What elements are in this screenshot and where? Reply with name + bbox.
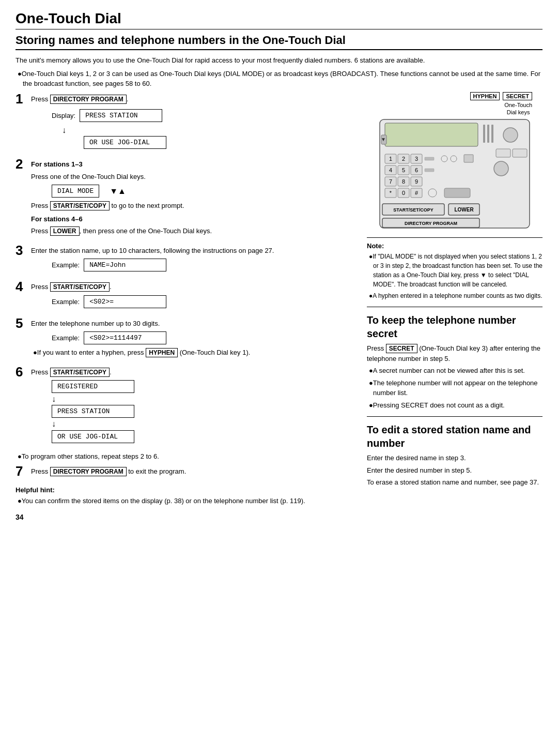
display-press-station-1: PRESS STATION bbox=[80, 109, 162, 122]
display-dial-mode: DIAL MODE bbox=[52, 185, 99, 198]
svg-text:START/SET/COPY: START/SET/COPY bbox=[393, 207, 433, 213]
note-bullet-2: ●A hyphen entered in a telephone number … bbox=[367, 291, 542, 300]
secret-key-label: SECRET bbox=[503, 92, 532, 100]
edit-section-title: To edit a stored station name and number bbox=[367, 423, 542, 450]
step-1-text: Press DIRECTORY PROGRAM. bbox=[31, 94, 357, 104]
display-press-station-6: PRESS STATION bbox=[52, 405, 134, 418]
device-illustration: HYPHEN SECRET One-TouchDial keys bbox=[367, 92, 542, 233]
svg-text:7: 7 bbox=[389, 178, 392, 185]
example-s02: <S02>= bbox=[84, 295, 166, 308]
secret-section: To keep the telephone number secret Pres… bbox=[367, 313, 542, 410]
svg-text:6: 6 bbox=[415, 167, 418, 173]
svg-text:9: 9 bbox=[415, 178, 418, 185]
step-6-number: 6 bbox=[16, 365, 27, 379]
svg-text:8: 8 bbox=[402, 178, 405, 185]
svg-text:4: 4 bbox=[389, 167, 392, 173]
note-title: Note: bbox=[367, 242, 542, 250]
arrow-1: ↓ bbox=[62, 125, 66, 135]
step-3-text: Enter the station name, up to 10 charact… bbox=[31, 246, 357, 256]
svg-rect-9 bbox=[513, 149, 527, 157]
step-2-title: For stations 1–3 bbox=[31, 160, 83, 168]
step-6-content: Press START/SET/COPY. REGISTERED ↓ PRESS… bbox=[31, 365, 357, 446]
helpful-hint-bullet: ●You can confirm the stored items on the… bbox=[16, 496, 357, 506]
svg-rect-4 bbox=[491, 125, 493, 143]
step-4-example: Example: <S02>= bbox=[52, 295, 357, 308]
secret-section-text: Press SECRET (One-Touch Dial key 3) afte… bbox=[367, 343, 542, 364]
step-5-bullet: ●If you want to enter a hyphen, press HY… bbox=[31, 347, 357, 358]
helpful-hint-title: Helpful hint: bbox=[16, 486, 357, 494]
step-4: 4 Press START/SET/COPY. Example: <S02>= bbox=[16, 280, 357, 311]
step-5-content: Enter the telephone number up to 30 digi… bbox=[31, 316, 357, 360]
start-set-copy-kbd-2: START/SET/COPY bbox=[50, 201, 110, 210]
step-7-text: Press DIRECTORY PROGRAM to exit the prog… bbox=[31, 466, 357, 477]
page-title: One-Touch Dial bbox=[16, 10, 542, 29]
step-1-number: 1 bbox=[16, 92, 27, 105]
svg-rect-19 bbox=[464, 155, 473, 162]
arrow-6b: ↓ bbox=[52, 419, 56, 429]
display-jog-dial-6: OR USE JOG-DIAL bbox=[52, 430, 134, 443]
step-7-content: Press DIRECTORY PROGRAM to exit the prog… bbox=[31, 464, 357, 479]
lower-kbd: LOWER bbox=[50, 226, 80, 236]
svg-point-27 bbox=[494, 161, 508, 176]
secret-kbd: SECRET bbox=[386, 344, 417, 353]
secret-bullet-1: ●A secret number can not be viewed after… bbox=[367, 366, 542, 376]
svg-text:LOWER: LOWER bbox=[454, 207, 474, 213]
arrows-symbol: ▼▲ bbox=[110, 187, 126, 196]
svg-text:▼: ▼ bbox=[381, 137, 386, 142]
svg-text:3: 3 bbox=[415, 156, 418, 162]
start-set-copy-kbd-6: START/SET/COPY bbox=[50, 368, 110, 377]
directory-program-kbd-1: DIRECTORY PROGRAM bbox=[50, 95, 127, 104]
svg-rect-8 bbox=[496, 149, 510, 157]
bullet-repeat: ●To program other stations, repeat steps… bbox=[16, 451, 357, 462]
step-2-next: Press START/SET/COPY to go to the next p… bbox=[31, 201, 357, 211]
note-bullet-1: ●If "DIAL MODE" is not displayed when yo… bbox=[367, 252, 542, 289]
step-4-text: Press START/SET/COPY. bbox=[31, 282, 357, 292]
intro-text: The unit's memory allows you to use the … bbox=[16, 55, 542, 66]
step-6-display: REGISTERED ↓ PRESS STATION ↓ OR USE JOG-… bbox=[52, 380, 357, 443]
step-5: 5 Enter the telephone number up to 30 di… bbox=[16, 316, 357, 360]
step-5-text: Enter the telephone number up to 30 digi… bbox=[31, 319, 357, 329]
display-registered: REGISTERED bbox=[52, 380, 134, 393]
one-touch-label: One-TouchDial keys bbox=[504, 101, 532, 116]
section-title: Storing names and telephone numbers in t… bbox=[16, 34, 542, 50]
hyphen-kbd: HYPHEN bbox=[146, 348, 178, 357]
arrow-6a: ↓ bbox=[52, 394, 56, 404]
step-2-text: Press one of the One-Touch Dial keys. bbox=[31, 172, 357, 182]
svg-text:#: # bbox=[415, 190, 419, 196]
step-2-display: DIAL MODE ▼▲ bbox=[52, 185, 357, 198]
svg-rect-16 bbox=[425, 157, 434, 160]
step-4-content: Press START/SET/COPY. Example: <S02>= bbox=[31, 280, 357, 311]
step-3-content: Enter the station name, up to 10 charact… bbox=[31, 244, 357, 275]
svg-text:DIRECTORY PROGRAM: DIRECTORY PROGRAM bbox=[405, 221, 457, 226]
svg-rect-3 bbox=[487, 125, 489, 143]
step-1: 1 Press DIRECTORY PROGRAM. Display: PRES… bbox=[16, 92, 357, 153]
example-phone: <S02>=1114497 bbox=[84, 331, 166, 344]
step-2-sub-text: Press LOWER, then press one of the One-T… bbox=[31, 226, 357, 236]
edit-text-2: Enter the desired number in step 5. bbox=[367, 465, 542, 476]
divider-1 bbox=[367, 307, 542, 307]
step-4-number: 4 bbox=[16, 280, 27, 293]
svg-text:0: 0 bbox=[402, 190, 405, 196]
hyphen-key-label: HYPHEN bbox=[470, 92, 500, 100]
svg-text:*: * bbox=[390, 190, 392, 196]
step-2-content: For stations 1–3 Press one of the One-To… bbox=[31, 157, 357, 238]
note-section: Note: ●If "DIAL MODE" is not displayed w… bbox=[367, 237, 542, 300]
svg-rect-1 bbox=[385, 123, 478, 146]
secret-section-title: To keep the telephone number secret bbox=[367, 313, 542, 340]
directory-program-kbd-7: DIRECTORY PROGRAM bbox=[50, 467, 127, 476]
svg-rect-26 bbox=[425, 169, 434, 172]
step-3-example: Example: NAME=John bbox=[52, 259, 357, 271]
step-2-sub-title: For stations 4–6 bbox=[31, 214, 357, 224]
step-6: 6 Press START/SET/COPY. REGISTERED ↓ PRE… bbox=[16, 365, 357, 446]
step-6-text: Press START/SET/COPY. bbox=[31, 367, 357, 377]
example-name-john: NAME=John bbox=[84, 259, 166, 271]
page-number: 34 bbox=[16, 513, 357, 521]
svg-point-7 bbox=[503, 128, 518, 142]
svg-text:2: 2 bbox=[402, 156, 405, 162]
step-5-number: 5 bbox=[16, 316, 27, 330]
right-column: HYPHEN SECRET One-TouchDial keys bbox=[367, 92, 542, 522]
start-set-copy-kbd-4: START/SET/COPY bbox=[50, 282, 110, 292]
secret-bullet-3: ●Pressing SECRET does not count as a dig… bbox=[367, 400, 542, 411]
svg-text:5: 5 bbox=[402, 167, 405, 173]
step-3-number: 3 bbox=[16, 244, 27, 257]
